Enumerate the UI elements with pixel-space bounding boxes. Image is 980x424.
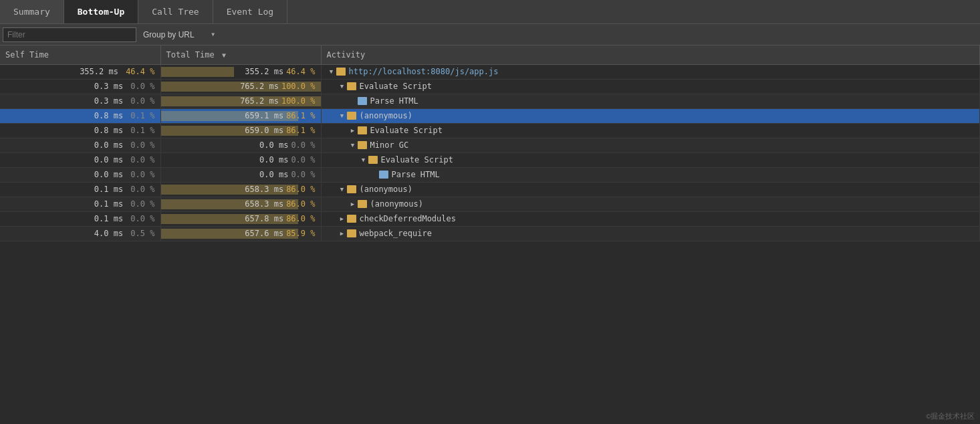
self-time-cell: 0.3 ms 0.0 % bbox=[0, 94, 160, 108]
tab-call-tree[interactable]: Call Tree bbox=[138, 0, 213, 23]
activity-icon bbox=[336, 68, 346, 76]
self-time-pct: 46.4 % bbox=[121, 67, 155, 76]
activity-icon bbox=[358, 126, 367, 134]
total-time-cell: 659.1 ms 86.1 % bbox=[160, 108, 321, 123]
self-time-value: 0.1 ms bbox=[94, 214, 123, 223]
col-self-time[interactable]: Self Time bbox=[0, 45, 160, 64]
expand-arrow[interactable]: ▼ bbox=[338, 112, 347, 119]
total-time-cell: 765.2 ms 100.0 % bbox=[160, 94, 321, 108]
group-by-select[interactable]: Group by URLGroup by ActivityNo Grouping bbox=[139, 27, 217, 42]
self-time-cell: 0.8 ms 0.1 % bbox=[0, 123, 160, 138]
filter-input[interactable] bbox=[3, 27, 136, 42]
self-time-cell: 4.0 ms 0.5 % bbox=[0, 226, 160, 241]
table-row[interactable]: 0.8 ms 0.1 %659.0 ms 86.1 %▶Evaluate Scr… bbox=[0, 123, 980, 138]
self-time-pct: 0.5 % bbox=[126, 229, 154, 238]
activity-icon bbox=[358, 97, 367, 105]
expand-arrow[interactable]: ▼ bbox=[338, 83, 347, 90]
table-row[interactable]: 0.0 ms 0.0 %0.0 ms 0.0 %▼Evaluate Script bbox=[0, 152, 980, 167]
table-row[interactable]: 355.2 ms 46.4 %355.2 ms 46.4 %▼http://lo… bbox=[0, 64, 980, 79]
self-time-pct: 0.0 % bbox=[126, 214, 154, 223]
expand-arrow[interactable]: ▼ bbox=[327, 68, 336, 75]
activity-cell: ▶checkDeferredModules bbox=[321, 211, 980, 226]
activity-cell: ▼Evaluate Script bbox=[321, 79, 980, 94]
total-time-cell: 355.2 ms 46.4 % bbox=[160, 64, 321, 79]
table-row[interactable]: 0.1 ms 0.0 %658.3 ms 86.0 %▶(anonymous) bbox=[0, 197, 980, 211]
self-time-value: 4.0 ms bbox=[94, 229, 123, 238]
watermark: ©掘金技术社区 bbox=[926, 411, 975, 421]
activity-cell: ▼(anonymous) bbox=[321, 182, 980, 197]
total-time-value: 658.3 ms bbox=[245, 199, 283, 209]
activity-icon bbox=[358, 141, 367, 149]
total-time-value: 355.2 ms bbox=[245, 67, 283, 76]
self-time-value: 0.0 ms bbox=[94, 140, 123, 150]
total-time-cell: 0.0 ms 0.0 % bbox=[160, 152, 321, 167]
total-time-value: 659.0 ms bbox=[245, 126, 283, 135]
tab-event-log[interactable]: Event Log bbox=[213, 0, 287, 23]
activity-name: (anonymous) bbox=[360, 111, 412, 120]
table-header-row: Self Time Total Time ▼ Activity bbox=[0, 45, 980, 64]
main-table: Self Time Total Time ▼ Activity 355.2 ms… bbox=[0, 45, 980, 241]
self-time-pct: 0.0 % bbox=[126, 185, 154, 194]
table-row[interactable]: 0.3 ms 0.0 %765.2 ms 100.0 %Parse HTML bbox=[0, 94, 980, 108]
expand-arrow[interactable]: ▼ bbox=[338, 186, 347, 193]
total-time-value: 765.2 ms bbox=[240, 82, 279, 91]
total-time-pct: 46.4 % bbox=[286, 67, 315, 76]
activity-name: (anonymous) bbox=[370, 199, 423, 209]
activity-cell: ▶webpack_require bbox=[321, 226, 980, 241]
table-row[interactable]: 0.8 ms 0.1 %659.1 ms 86.1 %▼(anonymous) bbox=[0, 108, 980, 123]
table-body: 355.2 ms 46.4 %355.2 ms 46.4 %▼http://lo… bbox=[0, 64, 980, 241]
activity-name: (anonymous) bbox=[360, 185, 412, 194]
expand-arrow[interactable]: ▶ bbox=[338, 230, 347, 237]
self-time-pct: 0.0 % bbox=[126, 140, 154, 150]
table-row[interactable]: 0.1 ms 0.0 %658.3 ms 86.0 %▼(anonymous) bbox=[0, 182, 980, 197]
expand-arrow[interactable]: ▶ bbox=[348, 127, 358, 134]
self-time-cell: 0.3 ms 0.0 % bbox=[0, 79, 160, 94]
total-time-pct: 0.0 % bbox=[291, 170, 315, 179]
self-time-value: 0.8 ms bbox=[94, 111, 123, 120]
activity-cell: ▶Evaluate Script bbox=[321, 123, 980, 138]
activity-name: Parse HTML bbox=[370, 96, 418, 106]
activity-cell: ▼Evaluate Script bbox=[321, 152, 980, 167]
total-time-pct: 100.0 % bbox=[281, 82, 316, 91]
total-time-pct: 100.0 % bbox=[281, 96, 316, 106]
table-row[interactable]: 4.0 ms 0.5 %657.6 ms 85.9 %▶webpack_requ… bbox=[0, 226, 980, 241]
col-total-time[interactable]: Total Time ▼ bbox=[160, 45, 321, 64]
total-time-value: 658.3 ms bbox=[245, 185, 283, 194]
self-time-pct: 0.0 % bbox=[126, 96, 154, 106]
total-time-cell: 0.0 ms 0.0 % bbox=[160, 167, 321, 182]
total-time-cell: 657.6 ms 85.9 % bbox=[160, 226, 321, 241]
table-row[interactable]: 0.3 ms 0.0 %765.2 ms 100.0 %▼Evaluate Sc… bbox=[0, 79, 980, 94]
activity-cell: Parse HTML bbox=[321, 94, 980, 108]
activity-name: Evaluate Script bbox=[381, 155, 453, 165]
self-time-cell: 0.1 ms 0.0 % bbox=[0, 182, 160, 197]
total-time-pct: 86.0 % bbox=[286, 199, 315, 209]
tab-summary[interactable]: Summary bbox=[0, 0, 64, 23]
activity-name[interactable]: http://localhost:8080/js/app.js bbox=[349, 67, 499, 76]
total-time-cell: 658.3 ms 86.0 % bbox=[160, 182, 321, 197]
expand-arrow[interactable]: ▼ bbox=[359, 156, 368, 163]
activity-name: Evaluate Script bbox=[370, 126, 443, 135]
total-time-value: 0.0 ms bbox=[259, 140, 288, 150]
tab-bottom-up[interactable]: Bottom-Up bbox=[64, 0, 138, 23]
total-time-cell: 765.2 ms 100.0 % bbox=[160, 79, 321, 94]
table-row[interactable]: 0.0 ms 0.0 %0.0 ms 0.0 %Parse HTML bbox=[0, 167, 980, 182]
self-time-pct: 0.0 % bbox=[126, 155, 154, 165]
total-time-cell: 659.0 ms 86.1 % bbox=[160, 123, 321, 138]
self-time-pct: 0.1 % bbox=[126, 126, 154, 135]
self-time-value: 0.1 ms bbox=[94, 185, 123, 194]
self-time-cell: 0.1 ms 0.0 % bbox=[0, 197, 160, 211]
expand-arrow[interactable]: ▶ bbox=[338, 215, 347, 222]
total-time-pct: 0.0 % bbox=[291, 155, 315, 165]
self-time-value: 0.1 ms bbox=[94, 199, 123, 209]
activity-name: Minor GC bbox=[370, 140, 409, 150]
self-time-cell: 0.1 ms 0.0 % bbox=[0, 211, 160, 226]
total-time-cell: 0.0 ms 0.0 % bbox=[160, 138, 321, 152]
table-row[interactable]: 0.0 ms 0.0 %0.0 ms 0.0 %▼Minor GC bbox=[0, 138, 980, 152]
expand-arrow[interactable]: ▼ bbox=[348, 142, 358, 148]
self-time-cell: 0.0 ms 0.0 % bbox=[0, 152, 160, 167]
table-row[interactable]: 0.1 ms 0.0 %657.8 ms 86.0 %▶checkDeferre… bbox=[0, 211, 980, 226]
total-time-value: 657.6 ms bbox=[245, 229, 283, 238]
self-time-pct: 0.0 % bbox=[126, 199, 154, 209]
expand-arrow[interactable]: ▶ bbox=[348, 201, 358, 207]
activity-icon bbox=[347, 185, 356, 193]
